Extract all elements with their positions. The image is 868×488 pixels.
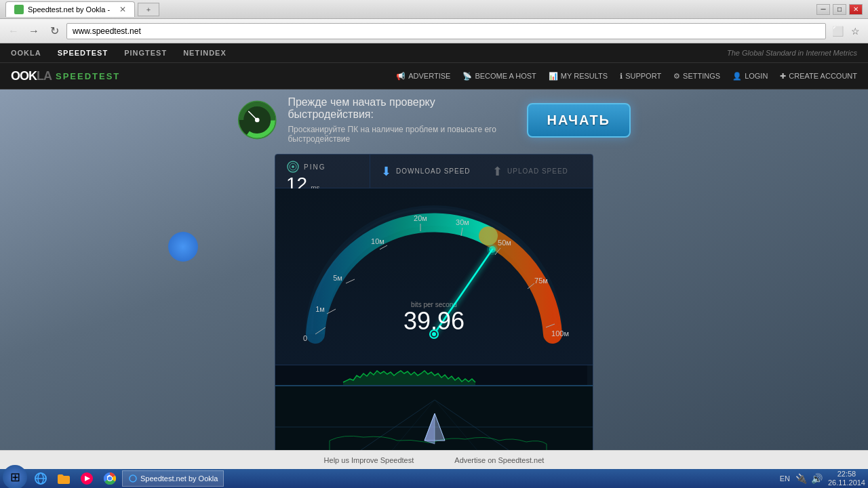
taskbar-clock: 22:58 26.11.2014 [828,470,865,487]
taskbar-active-app[interactable]: Speedtest.net by Ookla [122,470,224,487]
taskbar-folder-icon[interactable] [53,469,75,488]
speedtest-label: SPEEDTEST [56,71,120,81]
start-menu-button[interactable]: ⊞ [3,465,27,488]
promo-text-area: Прежде чем начать проверку быстродействи… [288,96,515,144]
site-navigation: OOKLA SPEEDTEST PINGTEST NETINDEX The Gl… [0,43,868,62]
window-controls: ─ □ ✕ [816,4,863,15]
ookla-logo: OOKLA [11,69,52,83]
header-links: 📢 ADVERTISE 📡 BECOME A HOST 📊 MY RESULTS… [396,72,857,81]
nav-speedtest[interactable]: SPEEDTEST [58,49,108,57]
main-content: Прежде чем начать проверку быстродействи… [0,89,868,450]
nav-netindex[interactable]: NETINDEX [183,49,226,57]
my-results-link[interactable]: 📊 MY RESULTS [549,72,608,81]
footer-advertise-link[interactable]: Advertise on Speedtest.net [454,456,544,464]
taskbar-right: EN 🔌 🔊 22:58 26.11.2014 [780,470,865,487]
svg-line-14 [380,245,387,249]
svg-text:100м: 100м [551,329,569,338]
speedometer-icon [237,96,277,144]
windows-logo: ⊞ [10,470,20,485]
widget-header: PING 12 ms ⬇ DOWNLOAD SPEED ⬆ UPLOAD SPE… [275,155,593,188]
settings-link[interactable]: ⚙ SETTINGS [673,72,720,81]
forward-button[interactable]: → [26,23,42,39]
site-header: OOKLA SPEEDTEST 📢 ADVERTISE 📡 BECOME A H… [0,62,868,89]
refresh-button[interactable]: ↻ [46,23,62,39]
toolbar-icons: ⬜ ☆ [830,24,863,39]
footer-bar: Help us Improve Speedtest Advertise on S… [0,450,868,469]
svg-text:0: 0 [303,334,307,342]
download-label: ⬇ DOWNLOAD SPEED [381,164,471,179]
windows-taskbar: ⊞ Speedtest.net by Ookla [0,469,868,488]
upload-section: ⬆ UPLOAD SPEED [481,155,593,188]
become-host-link[interactable]: 📡 BECOME A HOST [462,72,536,81]
promo-headline: Прежде чем начать проверку быстродействи… [288,96,515,121]
clock-time: 22:58 [837,470,856,479]
graph-strip [275,365,593,385]
volume-icon: 🔊 [811,473,823,484]
start-button[interactable]: НАЧАТЬ [527,103,631,138]
speedtest-widget: PING 12 ms ⬇ DOWNLOAD SPEED ⬆ UPLOAD SPE… [275,154,593,450]
tab-title: Speedtest.net by Ookla - [28,5,110,14]
close-button[interactable]: ✕ [849,4,863,15]
taskbar-icons [30,469,121,488]
browser-toolbar: ← → ↻ ⬜ ☆ [0,19,868,43]
svg-point-52 [108,476,112,481]
svg-line-12 [346,279,355,283]
gauge-svg: 0 1м 5м 10м 20м [278,195,590,358]
network-icon: 🔌 [795,473,807,484]
taskbar-ie-icon[interactable] [30,469,52,488]
map-area: 109.60.183.115 C JSC iMetacom ★★★★☆ Rate… [275,385,593,450]
browser-titlebar: Speedtest.net by Ookla - ✕ + ─ □ ✕ [0,0,868,19]
browser-tab[interactable]: Speedtest.net by Ookla - ✕ [5,1,135,17]
svg-text:20м: 20м [414,214,427,222]
maximize-button[interactable]: □ [833,4,846,15]
svg-text:39.96: 39.96 [403,307,465,335]
cursor-indicator [168,232,198,262]
taskbar-app-label: Speedtest.net by Ookla [140,474,218,483]
svg-text:75м: 75м [534,277,548,285]
upload-label: ⬆ UPLOAD SPEED [492,164,582,179]
svg-text:10м: 10м [371,237,384,245]
login-link[interactable]: 👤 LOGIN [732,72,768,81]
tab-close-button[interactable]: ✕ [119,5,126,14]
svg-text:30м: 30м [456,218,469,226]
page-icon[interactable]: ⬜ [830,24,845,39]
clock-date: 26.11.2014 [828,479,865,487]
taskbar-lang: EN [780,474,790,483]
promo-banner: Прежде чем начать проверку быстродействи… [237,96,631,144]
ping-section: PING 12 ms [275,155,370,188]
gauge-container: 0 1м 5м 10м 20м [278,195,590,358]
site-tagline: The Global Standard in Internet Metrics [727,49,857,57]
svg-text:1м: 1м [315,305,325,313]
support-link[interactable]: ℹ SUPPORT [620,72,661,81]
ping-icon [286,160,300,174]
svg-point-4 [255,118,260,123]
taskbar-chrome-icon[interactable] [99,469,121,488]
back-button[interactable]: ← [5,23,22,39]
taskbar-system-icons: 🔌 🔊 [795,473,823,484]
footer-improve-link[interactable]: Help us Improve Speedtest [324,456,414,464]
svg-point-7 [292,165,294,168]
new-tab-button[interactable]: + [138,3,159,16]
download-section: ⬇ DOWNLOAD SPEED [370,155,481,188]
gauge-area: 0 1м 5м 10м 20м [275,188,593,365]
create-account-link[interactable]: ✚ CREATE ACCOUNT [780,72,857,81]
minimize-button[interactable]: ─ [816,4,830,15]
ping-label: PING [286,160,359,174]
taskbar-media-icon[interactable] [76,469,98,488]
svg-text:5м: 5м [333,274,342,282]
graph-svg [275,365,587,385]
logo-area: OOKLA SPEEDTEST [11,69,120,83]
star-icon[interactable]: ☆ [848,24,863,39]
address-bar[interactable] [66,23,826,39]
promo-subtext: Просканируйте ПК на наличие проблем и по… [288,125,515,144]
svg-text:50м: 50м [498,239,511,247]
tab-favicon [14,5,24,14]
svg-point-53 [130,475,136,482]
nav-pingtest[interactable]: PINGTEST [124,49,167,57]
map-svg [275,386,593,450]
advertise-link[interactable]: 📢 ADVERTISE [396,72,450,81]
svg-point-31 [487,244,498,255]
nav-ookla[interactable]: OOKLA [11,49,41,57]
